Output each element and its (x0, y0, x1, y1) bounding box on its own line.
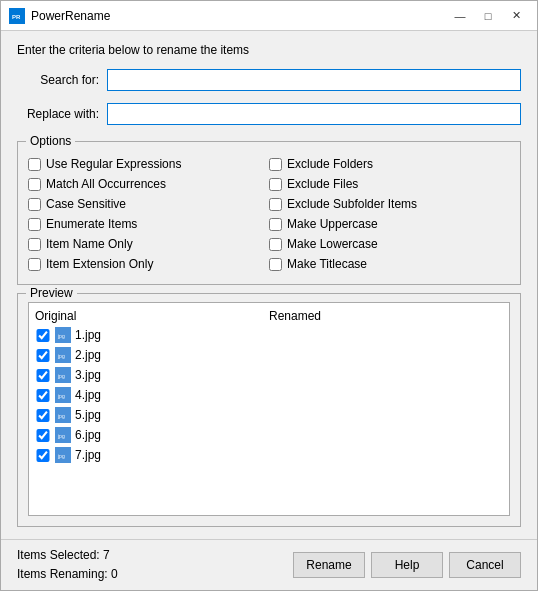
window-title: PowerRename (31, 9, 447, 23)
file-icon-3: jpg (55, 367, 71, 383)
list-item[interactable]: jpg 7.jpg (35, 445, 503, 465)
exclude-subfolder-row[interactable]: Exclude Subfolder Items (269, 194, 510, 214)
item-name-7: 7.jpg (75, 448, 101, 462)
use-regex-label: Use Regular Expressions (46, 157, 181, 171)
file-icon-5: jpg (55, 407, 71, 423)
case-sensitive-row[interactable]: Case Sensitive (28, 194, 269, 214)
exclude-folders-checkbox[interactable] (269, 158, 282, 171)
item-ext-only-row[interactable]: Item Extension Only (28, 254, 269, 274)
main-window: PR PowerRename — □ ✕ Enter the criteria … (0, 0, 538, 591)
match-all-checkbox[interactable] (28, 178, 41, 191)
preview-renamed-header: Renamed (269, 309, 503, 323)
list-item[interactable]: jpg 2.jpg (35, 345, 503, 365)
make-uppercase-row[interactable]: Make Uppercase (269, 214, 510, 234)
case-sensitive-label: Case Sensitive (46, 197, 126, 211)
svg-text:jpg: jpg (57, 413, 65, 419)
use-regex-checkbox[interactable] (28, 158, 41, 171)
preview-group: Preview Original Renamed jpg 1.jpg jpg (17, 293, 521, 527)
make-uppercase-label: Make Uppercase (287, 217, 378, 231)
exclude-subfolder-label: Exclude Subfolder Items (287, 197, 417, 211)
make-titlecase-label: Make Titlecase (287, 257, 367, 271)
item-checkbox-6[interactable] (35, 429, 51, 442)
make-titlecase-checkbox[interactable] (269, 258, 282, 271)
file-icon-1: jpg (55, 327, 71, 343)
item-name-2: 2.jpg (75, 348, 101, 362)
options-legend: Options (26, 134, 75, 148)
exclude-files-label: Exclude Files (287, 177, 358, 191)
make-uppercase-checkbox[interactable] (269, 218, 282, 231)
make-lowercase-label: Make Lowercase (287, 237, 378, 251)
exclude-subfolder-checkbox[interactable] (269, 198, 282, 211)
list-item[interactable]: jpg 6.jpg (35, 425, 503, 445)
bottom-stats: Items Selected: 7 Items Renaming: 0 (17, 546, 293, 584)
rename-button[interactable]: Rename (293, 552, 365, 578)
item-name-6: 6.jpg (75, 428, 101, 442)
item-name-only-label: Item Name Only (46, 237, 133, 251)
svg-text:jpg: jpg (57, 333, 65, 339)
search-label: Search for: (17, 73, 107, 87)
preview-original-header: Original (35, 309, 269, 323)
close-button[interactable]: ✕ (503, 6, 529, 26)
app-icon: PR (9, 8, 25, 24)
item-checkbox-5[interactable] (35, 409, 51, 422)
options-grid: Use Regular Expressions Match All Occurr… (28, 154, 510, 274)
enumerate-items-checkbox[interactable] (28, 218, 41, 231)
item-name-1: 1.jpg (75, 328, 101, 342)
case-sensitive-checkbox[interactable] (28, 198, 41, 211)
use-regex-row[interactable]: Use Regular Expressions (28, 154, 269, 174)
help-button[interactable]: Help (371, 552, 443, 578)
make-titlecase-row[interactable]: Make Titlecase (269, 254, 510, 274)
svg-text:jpg: jpg (57, 373, 65, 379)
item-name-4: 4.jpg (75, 388, 101, 402)
item-name-only-checkbox[interactable] (28, 238, 41, 251)
item-name-3: 3.jpg (75, 368, 101, 382)
svg-text:jpg: jpg (57, 453, 65, 459)
list-item[interactable]: jpg 1.jpg (35, 325, 503, 345)
replace-input[interactable] (107, 103, 521, 125)
make-lowercase-checkbox[interactable] (269, 238, 282, 251)
window-controls: — □ ✕ (447, 6, 529, 26)
search-input[interactable] (107, 69, 521, 91)
item-ext-only-checkbox[interactable] (28, 258, 41, 271)
options-group: Options Use Regular Expressions Match Al… (17, 141, 521, 285)
preview-legend: Preview (26, 286, 77, 300)
exclude-files-checkbox[interactable] (269, 178, 282, 191)
enumerate-items-row[interactable]: Enumerate Items (28, 214, 269, 234)
enumerate-items-label: Enumerate Items (46, 217, 137, 231)
file-icon-6: jpg (55, 427, 71, 443)
make-lowercase-row[interactable]: Make Lowercase (269, 234, 510, 254)
search-row: Search for: (17, 69, 521, 91)
replace-row: Replace with: (17, 103, 521, 125)
exclude-folders-row[interactable]: Exclude Folders (269, 154, 510, 174)
item-ext-only-label: Item Extension Only (46, 257, 153, 271)
item-name-only-row[interactable]: Item Name Only (28, 234, 269, 254)
svg-text:jpg: jpg (57, 393, 65, 399)
match-all-row[interactable]: Match All Occurrences (28, 174, 269, 194)
svg-text:jpg: jpg (57, 433, 65, 439)
item-checkbox-4[interactable] (35, 389, 51, 402)
minimize-button[interactable]: — (447, 6, 473, 26)
list-item[interactable]: jpg 5.jpg (35, 405, 503, 425)
file-icon-7: jpg (55, 447, 71, 463)
bottom-bar: Items Selected: 7 Items Renaming: 0 Rena… (1, 539, 537, 590)
item-checkbox-7[interactable] (35, 449, 51, 462)
instruction-text: Enter the criteria below to rename the i… (17, 43, 521, 57)
preview-header: Original Renamed (35, 307, 503, 325)
list-item[interactable]: jpg 4.jpg (35, 385, 503, 405)
item-checkbox-1[interactable] (35, 329, 51, 342)
bottom-buttons: Rename Help Cancel (293, 552, 521, 578)
list-item[interactable]: jpg 3.jpg (35, 365, 503, 385)
cancel-button[interactable]: Cancel (449, 552, 521, 578)
item-checkbox-2[interactable] (35, 349, 51, 362)
file-icon-4: jpg (55, 387, 71, 403)
exclude-files-row[interactable]: Exclude Files (269, 174, 510, 194)
svg-text:jpg: jpg (57, 353, 65, 359)
file-icon-2: jpg (55, 347, 71, 363)
svg-text:PR: PR (12, 14, 21, 20)
preview-inner[interactable]: Original Renamed jpg 1.jpg jpg 2.jpg (28, 302, 510, 516)
svg-rect-1 (13, 10, 17, 13)
maximize-button[interactable]: □ (475, 6, 501, 26)
options-left: Use Regular Expressions Match All Occurr… (28, 154, 269, 274)
options-right: Exclude Folders Exclude Files Exclude Su… (269, 154, 510, 274)
item-checkbox-3[interactable] (35, 369, 51, 382)
